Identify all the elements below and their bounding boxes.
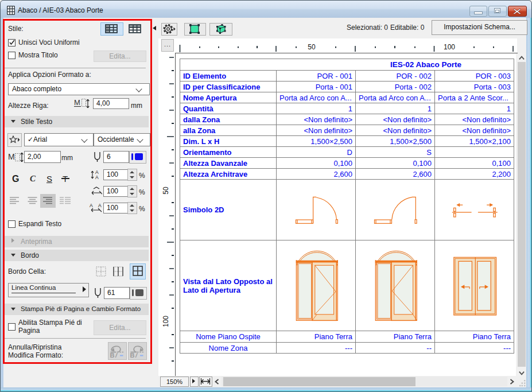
svg-text:100: 100	[162, 316, 170, 327]
svg-text:50: 50	[162, 187, 170, 195]
svg-text:50: 50	[308, 43, 316, 51]
svg-text:100: 100	[444, 43, 455, 51]
